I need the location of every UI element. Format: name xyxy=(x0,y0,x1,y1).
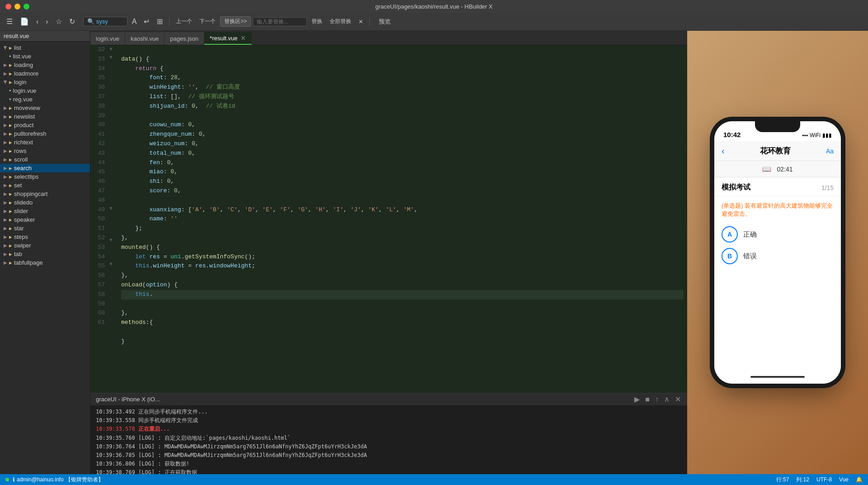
sidebar-item-list[interactable]: ▶ ▸ list xyxy=(0,43,90,52)
code-content[interactable]: data() { return { font: 28, winHeight: '… xyxy=(118,45,687,393)
bell-icon[interactable]: 🔔 xyxy=(856,476,863,484)
replace-input[interactable] xyxy=(253,17,307,26)
fold-btn-59[interactable]: ▼ xyxy=(108,260,118,268)
status-encoding: UTF-8 xyxy=(816,476,832,484)
fold-btn-51: ▼ xyxy=(108,196,118,204)
fold-btn-52[interactable]: ▼ xyxy=(108,204,118,213)
sidebar-item-scroll[interactable]: ▶ ▸ scroll xyxy=(0,155,90,164)
info-icon: ℹ xyxy=(13,476,15,483)
sidebar-item-selecttips[interactable]: ▶ ▸ selecttips xyxy=(0,172,90,181)
sidebar-item-slidedo[interactable]: ▶ ▸ slidedo xyxy=(0,198,90,207)
tab-close-icon[interactable]: ✕ xyxy=(241,34,246,42)
sidebar-item-newslist[interactable]: ▶ ▸ newslist xyxy=(0,112,90,121)
fold-btn-48: ▼ xyxy=(108,173,118,181)
tab-kaoshi-vue[interactable]: kaoshi.vue xyxy=(125,32,165,45)
sidebar-item-swiper[interactable]: ▶ ▸ swiper xyxy=(0,241,90,250)
tab-pages-json[interactable]: pages.json xyxy=(165,32,204,45)
pin-button[interactable]: ⊞ xyxy=(154,16,165,27)
fold-btn-34: ▼ xyxy=(108,61,118,69)
phone-nav-bar: ‹ 花环教育 Aa xyxy=(714,141,841,161)
forward-button[interactable]: › xyxy=(43,17,51,27)
panel-controls: ▶ ■ ↑ ∧ ✕ xyxy=(633,394,682,404)
preview-button[interactable]: 预览 xyxy=(375,17,394,27)
bottom-panel: graceUI - iPhone X (iO... ▶ ■ ↑ ∧ ✕ 10:3… xyxy=(90,393,687,474)
log-line: 10:39:38.769 [LOG] : 正在获取数据 xyxy=(96,468,682,474)
replace-all-button[interactable]: 全部替换 xyxy=(327,17,354,26)
code-editor[interactable]: 3233343536 3738394041 4243444546 4748495… xyxy=(90,45,687,393)
play-button[interactable]: ▶ xyxy=(633,394,641,404)
option-label-a: 正确 xyxy=(743,230,757,239)
folder-icon: ▸ xyxy=(9,156,12,163)
sidebar-item-login-vue[interactable]: • login.vue xyxy=(0,86,90,95)
signal-icon: ▪▪▪ xyxy=(802,132,808,138)
stop-button[interactable]: ■ xyxy=(644,395,651,404)
export-button[interactable]: ↑ xyxy=(654,395,660,404)
replace-button[interactable]: 替换 xyxy=(309,17,325,26)
folder-icon: ▸ xyxy=(9,79,12,86)
sidebar-item-steps[interactable]: ▶ ▸ steps xyxy=(0,233,90,241)
sidebar-item-label: reg.vue xyxy=(13,96,33,103)
sidebar-item-search[interactable]: ▶ ▸ search xyxy=(0,164,90,172)
arrow-icon: ▶ xyxy=(3,81,8,84)
fold-btn-33[interactable]: ▼ xyxy=(108,53,118,62)
fold-btn-61: ▼ xyxy=(108,276,118,284)
fold-btn-32[interactable]: ▼ xyxy=(108,45,118,53)
close-panel-button[interactable]: ✕ xyxy=(674,394,682,404)
sidebar-item-slider[interactable]: ▶ ▸ slider xyxy=(0,207,90,215)
minimize-button[interactable] xyxy=(14,4,20,10)
fold-btn-36: ▼ xyxy=(108,77,118,85)
fold-btn-56[interactable]: ▼ xyxy=(108,236,118,244)
sidebar-item-richtext[interactable]: ▶ ▸ richtext xyxy=(0,138,90,147)
sidebar-item-moveview[interactable]: ▶ ▸ moveview xyxy=(0,104,90,112)
sidebar-item-rows[interactable]: ▶ ▸ rows xyxy=(0,147,90,155)
sidebar-item-label: loadmore xyxy=(14,70,38,77)
arrow-icon: ▶ xyxy=(4,243,7,248)
status-col: 列:12 xyxy=(796,476,809,484)
arrow-icon: ▶ xyxy=(4,200,7,205)
phone-secondary-bar: 📖 02:41 xyxy=(714,161,841,177)
file-icon: • xyxy=(9,87,11,94)
close-search-button[interactable]: ✕ xyxy=(356,18,366,26)
back-button[interactable]: ‹ xyxy=(33,17,41,27)
sidebar-item-tab[interactable]: ▶ ▸ tab xyxy=(0,250,90,258)
font-button[interactable]: A xyxy=(129,17,140,27)
tab-login-vue[interactable]: login.vue xyxy=(90,32,125,45)
option-circle-b: B xyxy=(722,248,738,264)
phone-aa-button[interactable]: Aa xyxy=(826,147,834,155)
bookmark-button[interactable]: ☆ xyxy=(53,16,65,27)
search-input[interactable] xyxy=(96,18,123,25)
new-file-button[interactable]: 📄 xyxy=(17,16,32,27)
next-button[interactable]: 下一个 xyxy=(197,17,218,26)
sidebar-item-loading[interactable]: ▶ ▸ loading xyxy=(0,61,90,69)
phone-timer: 02:41 xyxy=(777,166,793,173)
sidebar-item-reg-vue[interactable]: • reg.vue xyxy=(0,95,90,104)
wrap-button[interactable]: ↵ xyxy=(141,16,152,27)
maximize-button[interactable] xyxy=(24,4,29,10)
sidebar-item-star[interactable]: ▶ ▸ star xyxy=(0,224,90,233)
separator xyxy=(169,17,170,26)
quiz-option-a[interactable]: A 正确 xyxy=(722,226,834,242)
sidebar-item-set[interactable]: ▶ ▸ set xyxy=(0,181,90,190)
sidebar-item-pulltorefresh[interactable]: ▶ ▸ pulltorefresh xyxy=(0,129,90,138)
fold-btn-49: ▼ xyxy=(108,181,118,189)
folder-icon: ▸ xyxy=(9,199,12,206)
quiz-option-b[interactable]: B 错误 xyxy=(722,248,834,264)
refresh-button[interactable]: ↻ xyxy=(66,16,78,27)
collapse-button[interactable]: ∧ xyxy=(663,394,670,404)
sidebar-item-speaker[interactable]: ▶ ▸ speaker xyxy=(0,215,90,224)
folder-icon: ▸ xyxy=(9,208,12,214)
sidebar-item-label: selecttips xyxy=(14,173,38,180)
close-button[interactable] xyxy=(5,4,11,10)
sidebar-item-tabfullpage[interactable]: ▶ ▸ tabfullpage xyxy=(0,258,90,267)
sidebar-item-loadmore[interactable]: ▶ ▸ loadmore xyxy=(0,69,90,78)
replace-area-button[interactable]: 替换区>> xyxy=(220,16,251,27)
sidebar-item-shoppingcart[interactable]: ▶ ▸ shoppingcart xyxy=(0,190,90,198)
sidebar-item-list-vue[interactable]: • list.vue xyxy=(0,52,90,61)
prev-button[interactable]: 上一个 xyxy=(173,17,195,26)
sidebar-item-login[interactable]: ▶ ▸ login xyxy=(0,78,90,86)
log-line: 10:39:36.785 [LOG] : MDAwMDAwMDAwMJirzqm… xyxy=(96,451,682,460)
sidebar-toggle-button[interactable]: ☰ xyxy=(4,16,15,27)
tab-result-vue[interactable]: *result.vue ✕ xyxy=(204,32,251,45)
sidebar-item-product[interactable]: ▶ ▸ product xyxy=(0,121,90,129)
phone-back-button[interactable]: ‹ xyxy=(722,146,725,156)
